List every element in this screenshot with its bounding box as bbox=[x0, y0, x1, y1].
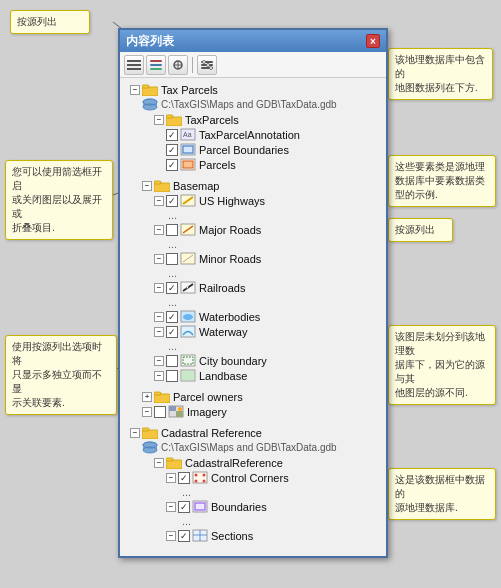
expand-icon-parcel-owners[interactable]: + bbox=[142, 392, 152, 402]
svg-point-74 bbox=[203, 480, 206, 483]
folder-icon-cadastral-sub bbox=[166, 456, 182, 469]
tree-item-parcel-boundaries[interactable]: Parcel Boundaries bbox=[122, 142, 384, 157]
label-us-highways: US Highways bbox=[199, 195, 265, 207]
tree-item-parcel-owners[interactable]: + Parcel owners bbox=[122, 389, 384, 404]
svg-rect-11 bbox=[150, 64, 162, 66]
expand-icon-waterway[interactable]: − bbox=[154, 327, 164, 337]
list-view-button[interactable] bbox=[124, 55, 144, 75]
svg-rect-57 bbox=[154, 392, 161, 395]
tree-item-parcels[interactable]: Parcels bbox=[122, 157, 384, 172]
tree-item-us-highways[interactable]: − US Highways bbox=[122, 193, 384, 208]
callout-source-db-text: 这是该数据框中数据的源地理数据库. bbox=[395, 474, 485, 513]
checkbox-boundaries[interactable] bbox=[178, 501, 190, 513]
expand-icon-sections[interactable]: − bbox=[166, 531, 176, 541]
expand-icon-city-boundary[interactable]: − bbox=[154, 356, 164, 366]
tree-item-tax-parcels[interactable]: − Tax Parcels bbox=[122, 82, 384, 97]
expand-icon-waterbodies[interactable]: − bbox=[154, 312, 164, 322]
tree-item-basemap[interactable]: − Basemap bbox=[122, 178, 384, 193]
layer-icon-us-highways bbox=[180, 194, 196, 207]
checkbox-landbase[interactable] bbox=[166, 370, 178, 382]
checkbox-parcel-boundaries[interactable] bbox=[166, 144, 178, 156]
expand-icon-imagery[interactable]: − bbox=[142, 407, 152, 417]
checkbox-railroads[interactable] bbox=[166, 282, 178, 294]
label-tax-parcels-path: C:\TaxGIS\Maps and GDB\TaxData.gdb bbox=[161, 99, 337, 110]
label-railroads: Railroads bbox=[199, 282, 245, 294]
layer-icon-annotation: Aa bbox=[180, 128, 196, 141]
svg-rect-69 bbox=[166, 458, 173, 461]
expand-icon-boundaries[interactable]: − bbox=[166, 502, 176, 512]
checkbox-city-boundary[interactable] bbox=[166, 355, 178, 367]
tree-item-waterway[interactable]: − Waterway bbox=[122, 324, 384, 339]
tree-item-cadastral-sub[interactable]: − CadastralReference bbox=[122, 455, 384, 470]
dots-6: ... bbox=[122, 485, 384, 499]
svg-rect-35 bbox=[183, 161, 193, 168]
expand-icon-major-roads[interactable]: − bbox=[154, 225, 164, 235]
callout-selection: 使用按源列出选项时将只显示多独立项而不显示关联要素. bbox=[5, 335, 117, 415]
label-minor-roads: Minor Roads bbox=[199, 253, 261, 265]
tree-item-railroads[interactable]: − Railroads bbox=[122, 280, 384, 295]
label-cadastral-sub: CadastralReference bbox=[185, 457, 283, 469]
checkbox-minor-roads[interactable] bbox=[166, 253, 178, 265]
callout-source-db: 这是该数据框中数据的源地理数据库. bbox=[388, 468, 496, 520]
tree-item-tax-parcels-sub[interactable]: − TaxParcels bbox=[122, 112, 384, 127]
close-button[interactable]: × bbox=[366, 34, 380, 48]
tree-item-tax-parcels-path: C:\TaxGIS\Maps and GDB\TaxData.gdb bbox=[122, 97, 384, 112]
checkbox-control-corners[interactable] bbox=[178, 472, 190, 484]
options-button[interactable] bbox=[197, 55, 217, 75]
dots-2: ... bbox=[122, 237, 384, 251]
expand-icon-control-corners[interactable]: − bbox=[166, 473, 176, 483]
checkbox-us-highways[interactable] bbox=[166, 195, 178, 207]
callout-map-data-text: 该地理数据库中包含的地图数据列在下方. bbox=[395, 54, 485, 93]
checkbox-tax-parcel-annotation[interactable] bbox=[166, 129, 178, 141]
source-button[interactable] bbox=[168, 55, 188, 75]
checkbox-sections[interactable] bbox=[178, 530, 190, 542]
svg-rect-37 bbox=[154, 181, 161, 184]
layer-icon-waterbodies bbox=[180, 310, 196, 323]
callout-map-data: 该地理数据库中包含的地图数据列在下方. bbox=[388, 48, 493, 100]
callout-source-list-mid-text: 按源列出 bbox=[395, 224, 435, 235]
expand-icon-railroads[interactable]: − bbox=[154, 283, 164, 293]
tree-item-cadastral-ref[interactable]: − Cadastral Reference bbox=[122, 425, 384, 440]
label-landbase: Landbase bbox=[199, 370, 247, 382]
tree-item-minor-roads[interactable]: − Minor Roads bbox=[122, 251, 384, 266]
layer-icon-boundaries bbox=[192, 500, 208, 513]
label-parcels: Parcels bbox=[199, 159, 236, 171]
tree-item-landbase[interactable]: − Landbase bbox=[122, 368, 384, 383]
expand-icon-landbase[interactable]: − bbox=[154, 371, 164, 381]
expand-icon-cadastral-ref[interactable]: − bbox=[130, 428, 140, 438]
checkbox-waterbodies[interactable] bbox=[166, 311, 178, 323]
svg-rect-60 bbox=[176, 411, 183, 417]
tree-item-sections[interactable]: − Sections bbox=[122, 528, 384, 543]
tree-item-control-corners[interactable]: − Control Corners bbox=[122, 470, 384, 485]
svg-rect-63 bbox=[142, 428, 149, 431]
tree-item-major-roads[interactable]: − Major Roads bbox=[122, 222, 384, 237]
expand-icon-us-highways[interactable]: − bbox=[154, 196, 164, 206]
dots-3: ... bbox=[122, 266, 384, 280]
checkbox-parcels[interactable] bbox=[166, 159, 178, 171]
layer-button[interactable] bbox=[146, 55, 166, 75]
checkbox-imagery[interactable] bbox=[154, 406, 166, 418]
expand-icon-basemap[interactable]: − bbox=[142, 181, 152, 191]
expand-icon-minor-roads[interactable]: − bbox=[154, 254, 164, 264]
tree-item-boundaries[interactable]: − Boundaries bbox=[122, 499, 384, 514]
callout-source-list-top-text: 按源列出 bbox=[17, 16, 57, 27]
label-major-roads: Major Roads bbox=[199, 224, 261, 236]
svg-rect-23 bbox=[142, 85, 149, 88]
folder-icon-tax-parcels bbox=[142, 83, 158, 96]
expand-icon-tax-parcels[interactable]: − bbox=[130, 85, 140, 95]
svg-point-61 bbox=[178, 407, 182, 411]
checkbox-major-roads[interactable] bbox=[166, 224, 178, 236]
expand-icon-cadastral-sub[interactable]: − bbox=[154, 458, 164, 468]
tree-item-waterbodies[interactable]: − Waterbodies bbox=[122, 309, 384, 324]
tree-content: − Tax Parcels C:\TaxGIS\Maps and GDB\Tax… bbox=[120, 78, 386, 556]
checkbox-waterway[interactable] bbox=[166, 326, 178, 338]
window-title: 内容列表 bbox=[126, 33, 174, 50]
tree-item-imagery[interactable]: − Imagery bbox=[122, 404, 384, 419]
expand-icon-sub[interactable]: − bbox=[154, 115, 164, 125]
tree-item-city-boundary[interactable]: − City boundary bbox=[122, 353, 384, 368]
layer-icon-parcels bbox=[180, 158, 196, 171]
toolbar-separator bbox=[192, 57, 193, 73]
layer-icon-landbase bbox=[180, 369, 196, 382]
tree-item-tax-parcel-annotation[interactable]: Aa TaxParcelAnnotation bbox=[122, 127, 384, 142]
svg-point-71 bbox=[195, 474, 198, 477]
